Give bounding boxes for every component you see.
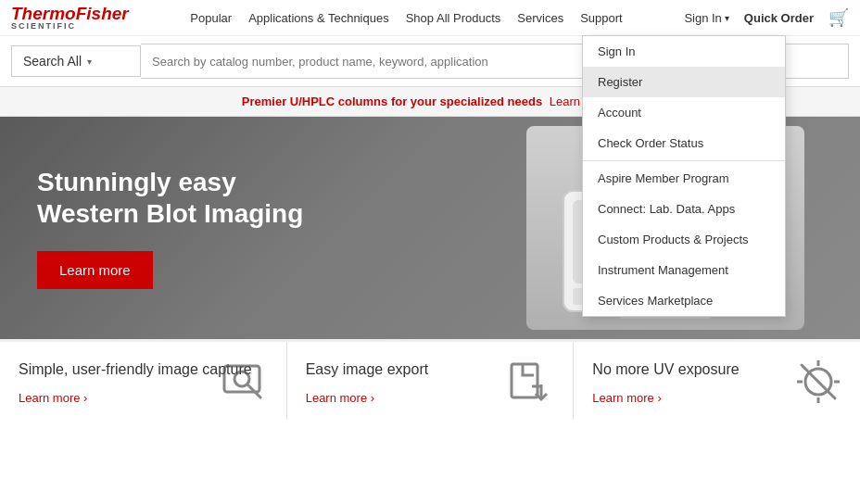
- quick-order-button[interactable]: Quick Order: [744, 11, 814, 25]
- sign-in-dropdown: Sign In Register Account Check Order Sta…: [582, 35, 786, 317]
- search-category-select[interactable]: Search All ▾: [11, 45, 141, 77]
- nav-shop-all[interactable]: Shop All Products: [406, 11, 501, 25]
- dropdown-services-marketplace[interactable]: Services Marketplace: [583, 285, 785, 316]
- feature-card-0: Simple, user-friendly image capture Lear…: [0, 342, 287, 420]
- hero-content: Stunningly easy Western Blot Imaging Lea…: [0, 139, 371, 317]
- dropdown-order-status[interactable]: Check Order Status: [583, 128, 785, 158]
- dropdown-register[interactable]: Register: [583, 67, 785, 97]
- uv-icon: [795, 359, 841, 405]
- sign-in-arrow-icon: ▾: [725, 13, 729, 23]
- hero-title: Stunningly easy Western Blot Imaging: [37, 167, 334, 229]
- logo-thermo: ThermoFisher: [11, 5, 129, 22]
- header-top: ThermoFisher SCIENTIFIC Popular Applicat…: [0, 0, 860, 35]
- header-right: Sign In ▾ Quick Order 🛒: [684, 7, 849, 28]
- nav-popular[interactable]: Popular: [190, 11, 232, 25]
- dropdown-custom[interactable]: Custom Products & Projects: [583, 224, 785, 255]
- svg-rect-21: [512, 364, 538, 397]
- promo-text: Premier U/HPLC columns for your speciali…: [242, 94, 542, 108]
- logo-scientific: SCIENTIFIC: [11, 22, 129, 31]
- dropdown-connect[interactable]: Connect: Lab. Data. Apps: [583, 194, 785, 224]
- dropdown-aspire[interactable]: Aspire Member Program: [583, 163, 785, 194]
- nav-support[interactable]: Support: [580, 11, 623, 25]
- feature-cards: Simple, user-friendly image capture Lear…: [0, 339, 860, 420]
- dropdown-divider-1: [583, 160, 785, 161]
- hero-cta-button[interactable]: Learn more: [37, 251, 153, 289]
- dropdown-account[interactable]: Account: [583, 97, 785, 128]
- main-nav: Popular Applications & Techniques Shop A…: [190, 11, 622, 25]
- dropdown-signin[interactable]: Sign In: [583, 36, 785, 67]
- cart-icon[interactable]: 🛒: [828, 7, 849, 28]
- nav-services[interactable]: Services: [517, 11, 563, 25]
- export-icon: [508, 359, 554, 405]
- feature-card-2: No more UV exposure Learn more ›: [574, 342, 860, 420]
- search-category-label: Search All: [23, 54, 82, 69]
- search-dropdown-arrow-icon: ▾: [87, 57, 92, 67]
- svg-rect-18: [224, 366, 259, 392]
- logo[interactable]: ThermoFisher SCIENTIFIC: [11, 5, 129, 31]
- sign-in-button[interactable]: Sign In ▾: [684, 11, 728, 25]
- feature-card-1: Easy image export Learn more ›: [287, 342, 575, 420]
- nav-applications[interactable]: Applications & Techniques: [248, 11, 389, 25]
- dropdown-instruments[interactable]: Instrument Management: [583, 255, 785, 285]
- image-capture-icon: [221, 359, 268, 405]
